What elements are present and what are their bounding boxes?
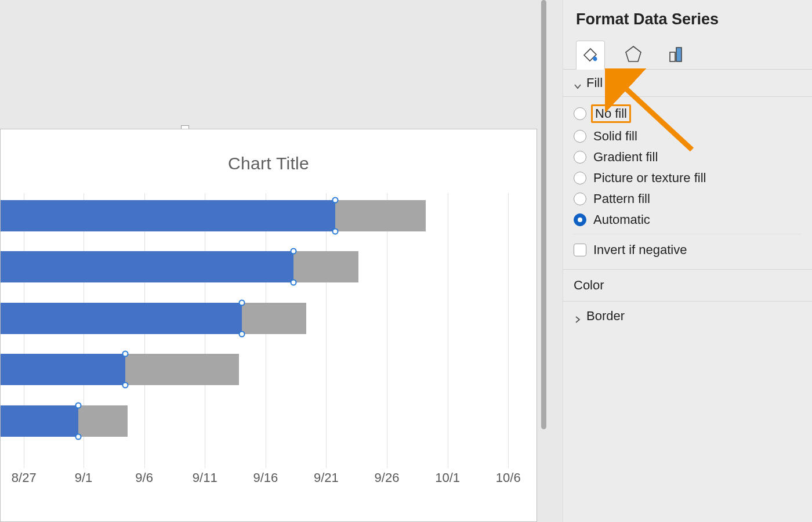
selection-handle-icon[interactable]: [291, 280, 297, 286]
checkbox-invert-if-negative[interactable]: Invert if negative: [574, 234, 802, 260]
bar-chart-icon: [666, 44, 686, 66]
selection-handle-icon[interactable]: [238, 331, 245, 337]
embedded-chart[interactable]: Chart Title 8/279/19/69/119/169/219/2610…: [0, 129, 537, 522]
selection-handle-icon[interactable]: [122, 351, 128, 357]
pane-title: Format Data Series: [563, 0, 812, 35]
bar-row[interactable]: [1, 251, 519, 282]
x-axis[interactable]: 8/279/19/69/119/169/219/2610/110/6: [1, 470, 519, 488]
checkbox-icon: [574, 244, 586, 256]
svg-rect-1: [676, 48, 682, 61]
annotation-highlight: No fill: [591, 104, 631, 123]
bars-container: [1, 193, 519, 463]
tab-effects[interactable]: [619, 40, 648, 69]
chart-canvas[interactable]: Chart Title 8/279/19/69/119/169/219/2610…: [0, 0, 548, 522]
chevron-right-icon: [574, 312, 582, 320]
bar-segment-series2[interactable]: [242, 303, 307, 334]
radio-picture-fill[interactable]: Picture or texture fill: [574, 168, 802, 188]
x-tick-label: 9/16: [253, 470, 278, 485]
radio-automatic[interactable]: Automatic: [574, 209, 802, 230]
radio-picture-fill-label: Picture or texture fill: [593, 171, 706, 186]
bar-segment-series2[interactable]: [78, 405, 128, 437]
x-tick-label: 9/26: [375, 470, 400, 485]
bar-segment-series1[interactable]: [1, 354, 125, 385]
radio-gradient-fill-label: Gradient fill: [593, 150, 658, 165]
chevron-down-icon: [574, 79, 582, 87]
vertical-scrollbar[interactable]: [540, 0, 548, 429]
radio-icon: [574, 193, 586, 205]
bar-row[interactable]: [1, 354, 519, 385]
selection-handle-icon[interactable]: [291, 248, 297, 255]
radio-icon: [574, 172, 586, 184]
pentagon-icon: [624, 44, 643, 66]
radio-pattern-fill-label: Pattern fill: [593, 191, 650, 206]
radio-no-fill[interactable]: No fill: [574, 102, 802, 126]
x-tick-label: 8/27: [12, 470, 37, 485]
scrollbar-thumb[interactable]: [541, 0, 546, 429]
selection-handle-icon[interactable]: [75, 433, 82, 440]
radio-pattern-fill[interactable]: Pattern fill: [574, 188, 802, 209]
format-data-series-pane: Format Data Series: [563, 0, 812, 522]
selection-handle-icon[interactable]: [75, 402, 82, 408]
svg-rect-0: [670, 52, 675, 61]
section-fill-label: Fill: [586, 75, 603, 90]
x-tick-label: 9/21: [314, 470, 339, 485]
fill-options-body: No fill Solid fill Gradient fill Picture…: [563, 97, 812, 270]
x-tick-label: 10/6: [496, 470, 521, 485]
bar-row[interactable]: [1, 200, 519, 231]
checkbox-invert-label: Invert if negative: [593, 242, 687, 258]
x-tick-label: 9/11: [193, 470, 217, 485]
selection-handle-icon[interactable]: [332, 228, 338, 234]
radio-gradient-fill[interactable]: Gradient fill: [574, 147, 802, 168]
pane-tab-row: [563, 35, 812, 69]
bar-segment-series1[interactable]: [1, 303, 242, 334]
bar-segment-series1[interactable]: [1, 251, 293, 282]
radio-no-fill-label: No fill: [595, 106, 627, 121]
selection-handle-icon[interactable]: [122, 382, 128, 389]
x-tick-label: 10/1: [435, 470, 460, 485]
bar-row[interactable]: [1, 405, 519, 437]
radio-icon: [574, 213, 586, 226]
radio-icon: [574, 130, 586, 143]
selection-handle-icon[interactable]: [332, 197, 338, 203]
section-fill-header[interactable]: Fill: [563, 70, 812, 97]
bar-segment-series2[interactable]: [125, 354, 240, 385]
radio-icon: [574, 151, 586, 164]
pane-gutter: [548, 0, 563, 522]
section-border-label: Border: [586, 309, 625, 324]
x-tick-label: 9/6: [135, 470, 153, 485]
bar-segment-series2[interactable]: [335, 200, 426, 231]
section-border-header[interactable]: Border: [563, 302, 812, 331]
tab-fill-and-line[interactable]: [576, 41, 605, 70]
x-tick-label: 9/1: [75, 470, 93, 485]
radio-solid-fill-label: Solid fill: [593, 129, 637, 144]
selection-handle-icon[interactable]: [238, 299, 245, 306]
bar-row[interactable]: [1, 303, 519, 334]
radio-icon: [574, 107, 586, 120]
fill-color-row[interactable]: Color: [563, 270, 812, 302]
fill-color-label: Color: [574, 278, 604, 292]
bar-segment-series1[interactable]: [1, 405, 78, 437]
radio-automatic-label: Automatic: [593, 212, 650, 227]
plot-area[interactable]: [1, 193, 519, 463]
paint-bucket-icon: [581, 45, 600, 66]
chart-title[interactable]: Chart Title: [1, 154, 536, 173]
bar-segment-series2[interactable]: [293, 251, 358, 282]
tab-series-options[interactable]: [662, 40, 691, 69]
bar-segment-series1[interactable]: [1, 200, 335, 231]
radio-solid-fill[interactable]: Solid fill: [574, 126, 802, 147]
